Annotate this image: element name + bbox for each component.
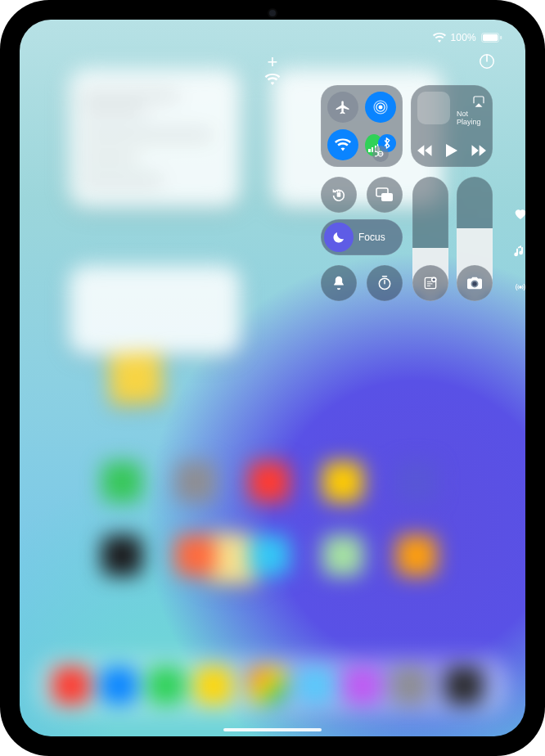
silent-mode-button[interactable] <box>321 265 357 301</box>
airdrop-toggle[interactable] <box>365 92 396 123</box>
personal-hotspot-icon <box>375 150 386 158</box>
airplay-icon[interactable] <box>471 95 486 108</box>
airplane-mode-toggle[interactable] <box>327 92 358 123</box>
svg-rect-2 <box>500 36 502 40</box>
svg-rect-10 <box>381 193 393 201</box>
quick-note-button[interactable] <box>412 265 448 301</box>
now-playing-label: Not Playing <box>457 110 493 126</box>
power-button[interactable] <box>478 52 496 70</box>
ipad-device-frame: 100% + <box>0 0 545 756</box>
svg-point-5 <box>379 106 383 110</box>
battery-icon <box>481 33 502 43</box>
airdrop-mini-icon[interactable] <box>514 281 525 295</box>
wifi-status-icon <box>433 33 446 43</box>
ipad-screen: 100% + <box>20 20 525 736</box>
favorites-mini-icon[interactable] <box>514 208 525 221</box>
connectivity-tile[interactable] <box>321 85 403 167</box>
add-control-button[interactable]: + <box>264 54 281 70</box>
svg-point-30 <box>472 281 476 286</box>
svg-rect-1 <box>483 34 498 41</box>
focus-button[interactable]: Focus <box>321 219 403 255</box>
camera-button[interactable] <box>457 265 493 301</box>
wifi-mini-icon <box>264 74 281 85</box>
focus-label: Focus <box>358 219 385 255</box>
wifi-toggle[interactable] <box>327 129 358 160</box>
svg-point-31 <box>519 286 521 288</box>
svg-rect-8 <box>337 192 341 197</box>
home-indicator[interactable] <box>223 728 322 731</box>
media-artwork <box>417 92 450 124</box>
screen-mirroring-button[interactable] <box>367 177 403 213</box>
media-play-button[interactable] <box>446 144 457 157</box>
music-mini-icon[interactable] <box>514 245 525 259</box>
media-rewind-button[interactable] <box>417 145 434 156</box>
battery-percent: 100% <box>451 32 477 43</box>
front-camera <box>269 10 276 16</box>
cellular-bluetooth-cluster[interactable] <box>365 129 396 160</box>
media-tile[interactable]: Not Playing <box>411 85 493 167</box>
rotation-lock-toggle[interactable] <box>321 177 357 213</box>
media-forward-button[interactable] <box>470 145 486 156</box>
status-bar: 100% <box>20 26 525 49</box>
timer-button[interactable] <box>367 265 403 301</box>
moon-icon <box>324 223 354 252</box>
